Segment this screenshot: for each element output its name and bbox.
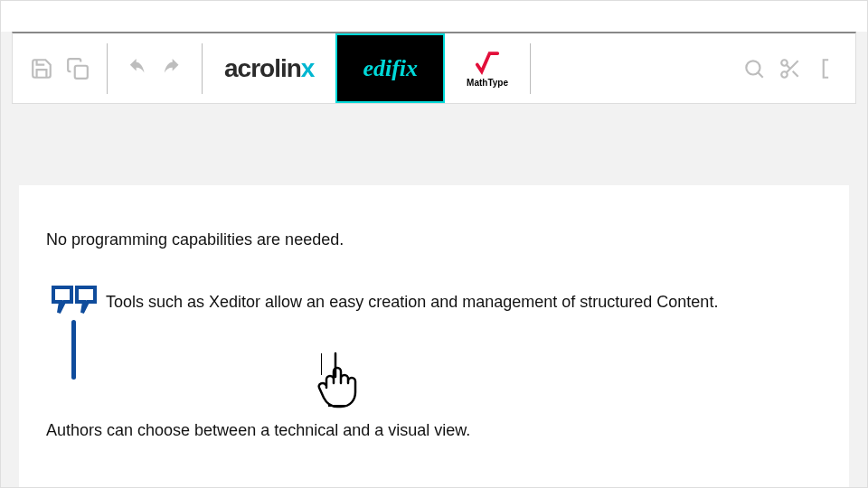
bracket-button[interactable]: [808, 51, 844, 87]
copy-button[interactable]: [60, 51, 96, 87]
svg-line-2: [758, 72, 762, 77]
bracket-icon: [815, 57, 838, 80]
toolbar: acrolinx edifix MathType: [12, 32, 856, 104]
toolbar-group-history: [108, 33, 202, 103]
copy-icon: [66, 57, 90, 80]
quote-indicator: [46, 286, 106, 380]
cut-button[interactable]: [772, 51, 808, 87]
editor-content[interactable]: No programming capabilities are needed. …: [19, 185, 849, 487]
quote-bar: [71, 320, 76, 380]
svg-line-7: [787, 64, 790, 68]
search-icon: [742, 57, 766, 80]
mathtype-label: MathType: [467, 78, 508, 88]
app-frame: acrolinx edifix MathType No programming …: [0, 0, 868, 488]
paragraph: Authors can choose between a technical a…: [46, 421, 822, 440]
redo-button[interactable]: [155, 51, 191, 87]
undo-icon: [125, 57, 148, 80]
edifix-logo: edifix: [363, 55, 418, 82]
svg-line-6: [793, 70, 798, 76]
brand-acrolinx-button[interactable]: acrolinx: [203, 33, 335, 103]
svg-point-1: [746, 61, 760, 74]
save-icon: [30, 57, 53, 80]
svg-point-3: [781, 60, 788, 66]
brand-mathtype-button[interactable]: MathType: [445, 33, 530, 103]
svg-point-4: [781, 71, 788, 78]
search-button[interactable]: [736, 51, 772, 87]
acrolinx-logo: acrolinx: [224, 54, 314, 83]
brand-edifix-button[interactable]: edifix: [335, 33, 445, 103]
toolbar-spacer: [531, 33, 725, 103]
text-caret: [321, 353, 322, 375]
scissors-icon: [778, 57, 802, 80]
paragraph: No programming capabilities are needed.: [46, 230, 822, 249]
undo-button[interactable]: [118, 51, 155, 87]
redo-icon: [161, 57, 184, 80]
quote-icon: [52, 286, 99, 314]
blockquote: Tools such as Xeditor allow an easy crea…: [46, 286, 822, 380]
quote-text: Tools such as Xeditor allow an easy crea…: [106, 286, 718, 320]
save-button[interactable]: [24, 51, 60, 87]
toolbar-group-tools: [725, 33, 855, 103]
mathtype-icon: [474, 49, 501, 76]
svg-rect-0: [75, 65, 88, 78]
toolbar-group-file: [13, 33, 107, 103]
